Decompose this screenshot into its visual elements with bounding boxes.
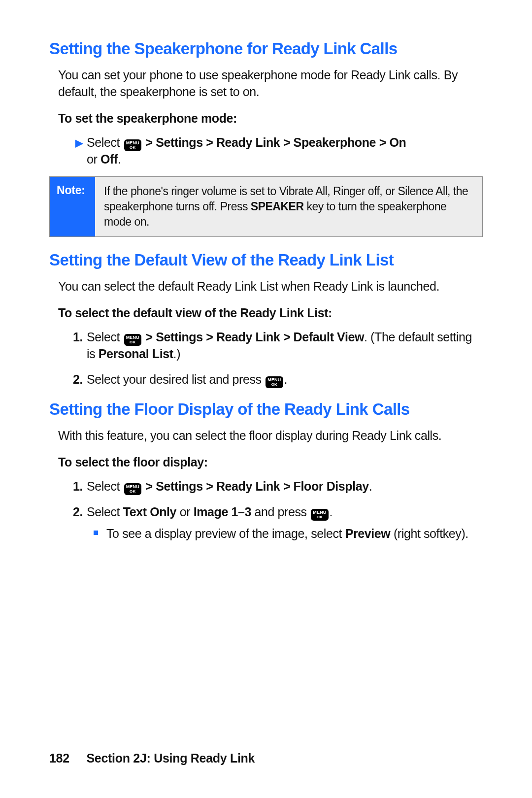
menu-ok-icon: MENUOK bbox=[311, 509, 328, 521]
note-text: If the phone's ringer volume is set to V… bbox=[95, 177, 482, 236]
step-number: 1. bbox=[66, 329, 83, 346]
step-number: 1. bbox=[66, 478, 83, 495]
step-text: Select MENUOK > Settings > Ready Link > … bbox=[87, 479, 372, 493]
step-item: 2. Select Text Only or Image 1–3 and pre… bbox=[87, 504, 483, 542]
subhead-default-view: To select the default view of the Ready … bbox=[58, 306, 483, 320]
section-default-view: Setting the Default View of the Ready Li… bbox=[49, 251, 483, 388]
menu-ok-icon: MENUOK bbox=[124, 139, 141, 151]
step-item: ▶ Select MENUOK > Settings > Ready Link … bbox=[87, 134, 483, 168]
section-speakerphone: Setting the Speakerphone for Ready Link … bbox=[49, 39, 483, 237]
step-text: Select your desired list and press MENUO… bbox=[87, 372, 287, 386]
menu-ok-icon: MENUOK bbox=[124, 483, 141, 495]
steps-speakerphone: ▶ Select MENUOK > Settings > Ready Link … bbox=[49, 134, 483, 168]
step-text: Select MENUOK > Settings > Ready Link > … bbox=[87, 135, 406, 166]
subhead-floor-display: To select the floor display: bbox=[58, 455, 483, 469]
square-bullet-icon bbox=[94, 531, 98, 535]
step-text: Select MENUOK > Settings > Ready Link > … bbox=[87, 330, 472, 361]
note-label: Note: bbox=[50, 177, 95, 236]
heading-floor-display: Setting the Floor Display of the Ready L… bbox=[49, 400, 483, 419]
page-number: 182 bbox=[49, 751, 69, 765]
manual-page: Setting the Speakerphone for Ready Link … bbox=[0, 0, 532, 798]
sub-step-item: To see a display preview of the image, s… bbox=[106, 526, 483, 542]
sub-steps: To see a display preview of the image, s… bbox=[87, 526, 483, 542]
step-item: 1. Select MENUOK > Settings > Ready Link… bbox=[87, 329, 483, 363]
menu-ok-icon: MENUOK bbox=[266, 376, 283, 388]
sub-step-text: To see a display preview of the image, s… bbox=[106, 527, 468, 540]
section-floor-display: Setting the Floor Display of the Ready L… bbox=[49, 400, 483, 542]
section-label: Section 2J: Using Ready Link bbox=[86, 751, 255, 765]
intro-floor-display: With this feature, you can select the fl… bbox=[58, 428, 483, 444]
intro-speakerphone: You can set your phone to use speakerpho… bbox=[58, 67, 483, 100]
subhead-speakerphone: To set the speakerphone mode: bbox=[58, 111, 483, 126]
step-number: 2. bbox=[66, 371, 83, 388]
note-box: Note: If the phone's ringer volume is se… bbox=[49, 176, 483, 237]
step-item: 1. Select MENUOK > Settings > Ready Link… bbox=[87, 478, 483, 495]
heading-speakerphone: Setting the Speakerphone for Ready Link … bbox=[49, 39, 483, 58]
steps-floor-display: 1. Select MENUOK > Settings > Ready Link… bbox=[49, 478, 483, 542]
step-text: Select Text Only or Image 1–3 and press … bbox=[87, 505, 332, 519]
arrow-icon: ▶ bbox=[66, 136, 83, 150]
steps-default-view: 1. Select MENUOK > Settings > Ready Link… bbox=[49, 329, 483, 388]
heading-default-view: Setting the Default View of the Ready Li… bbox=[49, 251, 483, 269]
intro-default-view: You can select the default Ready Link Li… bbox=[58, 278, 483, 295]
page-footer: 182 Section 2J: Using Ready Link bbox=[49, 751, 255, 765]
step-item: 2. Select your desired list and press ME… bbox=[87, 371, 483, 388]
step-number: 2. bbox=[66, 504, 83, 521]
menu-ok-icon: MENUOK bbox=[124, 334, 141, 346]
